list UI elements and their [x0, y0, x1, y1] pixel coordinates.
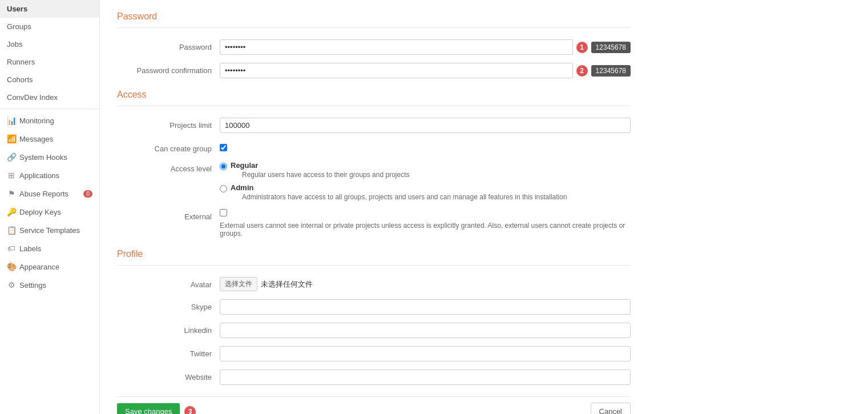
twitter-label: Twitter: [117, 346, 220, 358]
save-badge: 3: [184, 406, 196, 415]
abuse-reports-badge: 0: [83, 190, 92, 198]
external-row: External External users cannot see inter…: [117, 209, 631, 238]
labels-icon: 🏷: [7, 244, 16, 253]
skype-label: Skype: [117, 299, 220, 311]
external-control: External users cannot see internal or pr…: [220, 209, 631, 238]
password-badge: 1: [576, 42, 588, 53]
website-row: Website: [117, 369, 631, 385]
avatar-control: 选择文件 未选择任何文件: [220, 277, 631, 291]
radio-regular-content: Regular Regular users have access to the…: [231, 161, 410, 179]
password-tooltip: 12345678: [591, 42, 631, 53]
profile-heading: Profile: [117, 249, 631, 266]
linkedin-row: Linkedin: [117, 323, 631, 338]
sidebar-item-users[interactable]: Users: [0, 0, 99, 18]
website-input[interactable]: [220, 369, 631, 385]
messages-label: Messages: [19, 135, 53, 143]
twitter-control: [220, 346, 631, 361]
main-content: Password Password 1 12345678 Password co…: [100, 0, 868, 414]
cohorts-label: Cohorts: [7, 75, 33, 84]
users-label: Users: [7, 5, 27, 13]
password-confirm-row: Password confirmation 2 12345678: [117, 63, 631, 78]
password-confirm-input-wrap: 2 12345678: [220, 63, 631, 78]
sidebar-item-system-hooks[interactable]: 🔗 System Hooks: [0, 148, 99, 166]
skype-input[interactable]: [220, 299, 631, 315]
deploy-keys-label: Deploy Keys: [19, 208, 61, 216]
regular-desc: Regular users have access to their group…: [242, 171, 410, 179]
access-heading: Access: [117, 90, 631, 106]
can-create-group-label: Can create group: [117, 141, 220, 153]
service-templates-label: Service Templates: [19, 226, 80, 235]
twitter-row: Twitter: [117, 346, 631, 361]
service-templates-icon: 📋: [7, 226, 16, 235]
sidebar-item-service-templates[interactable]: 📋 Service Templates: [0, 221, 99, 239]
cancel-button[interactable]: Cancel: [591, 403, 631, 414]
appearance-icon: 🎨: [7, 262, 16, 271]
abuse-reports-icon: ⚑: [7, 189, 16, 198]
regular-label: Regular: [231, 161, 410, 170]
password-heading: Password: [117, 11, 631, 28]
deploy-keys-icon: 🔑: [7, 207, 16, 216]
radio-admin[interactable]: [220, 185, 227, 192]
website-label: Website: [117, 369, 220, 381]
sidebar-item-applications[interactable]: ⊞ Applications: [0, 166, 99, 184]
settings-icon: ⚙: [7, 280, 16, 290]
access-level-row: Access level Regular Regular users have …: [117, 161, 631, 201]
can-create-group-row: Can create group: [117, 141, 631, 153]
jobs-label: Jobs: [7, 40, 22, 49]
sidebar-divider-1: [0, 108, 99, 109]
password-confirm-input[interactable]: [220, 63, 573, 78]
monitoring-label: Monitoring: [19, 116, 54, 125]
sidebar-item-groups[interactable]: Groups: [0, 18, 99, 35]
sidebar-item-messages[interactable]: 📶 Messages: [0, 130, 99, 148]
password-confirm-badge: 2: [576, 65, 588, 77]
sidebar-item-jobs[interactable]: Jobs: [0, 35, 99, 53]
can-create-group-control: [220, 141, 631, 151]
sidebar-item-settings[interactable]: ⚙ Settings: [0, 276, 99, 294]
external-desc: External users cannot see internal or pr…: [220, 222, 631, 238]
avatar-row: Avatar 选择文件 未选择任何文件: [117, 277, 631, 291]
external-checkbox[interactable]: [220, 209, 227, 216]
sidebar-item-monitoring[interactable]: 📊 Monitoring: [0, 111, 99, 130]
settings-label: Settings: [19, 281, 46, 290]
sidebar-item-cohorts[interactable]: Cohorts: [0, 71, 99, 89]
avatar-file-button[interactable]: 选择文件: [220, 277, 257, 291]
password-row: Password 1 12345678: [117, 39, 631, 55]
password-confirm-label: Password confirmation: [117, 63, 220, 75]
skype-row: Skype: [117, 299, 631, 315]
radio-regular[interactable]: [220, 163, 227, 170]
password-control-wrap: 1 12345678: [220, 39, 631, 55]
radio-regular-option: Regular Regular users have access to the…: [220, 161, 631, 179]
radio-admin-option: Admin Administrators have access to all …: [220, 183, 631, 201]
linkedin-label: Linkedin: [117, 323, 220, 335]
action-left: Save changes 3: [117, 403, 196, 414]
sidebar-item-convdev-index[interactable]: ConvDev Index: [0, 89, 99, 106]
password-confirm-tooltip: 12345678: [591, 65, 631, 77]
password-input-wrap: 1 12345678: [220, 39, 631, 55]
radio-admin-content: Admin Administrators have access to all …: [231, 183, 567, 201]
applications-label: Applications: [19, 171, 59, 180]
action-row: Save changes 3 Cancel: [117, 396, 631, 414]
sidebar-item-abuse-reports[interactable]: ⚑ Abuse Reports 0: [0, 184, 99, 203]
linkedin-control: [220, 323, 631, 338]
access-level-control: Regular Regular users have access to the…: [220, 161, 631, 201]
avatar-file-name: 未选择任何文件: [261, 279, 313, 290]
save-button[interactable]: Save changes: [117, 403, 180, 414]
linkedin-input[interactable]: [220, 323, 631, 338]
convdev-label: ConvDev Index: [7, 93, 58, 102]
projects-limit-input[interactable]: 100000: [220, 118, 631, 133]
can-create-group-checkbox[interactable]: [220, 144, 227, 151]
avatar-label: Avatar: [117, 277, 220, 289]
system-hooks-label: System Hooks: [19, 153, 67, 162]
monitoring-icon: 📊: [7, 116, 16, 125]
password-input[interactable]: [220, 39, 573, 55]
messages-icon: 📶: [7, 134, 16, 143]
sidebar-item-labels[interactable]: 🏷 Labels: [0, 239, 99, 258]
sidebar: Users Groups Jobs Runners Cohorts ConvDe…: [0, 0, 100, 414]
twitter-input[interactable]: [220, 346, 631, 361]
sidebar-item-runners[interactable]: Runners: [0, 53, 99, 71]
admin-desc: Administrators have access to all groups…: [242, 193, 567, 201]
sidebar-item-appearance[interactable]: 🎨 Appearance: [0, 258, 99, 276]
external-label: External: [117, 209, 220, 221]
password-confirm-control-wrap: 2 12345678: [220, 63, 631, 78]
sidebar-item-deploy-keys[interactable]: 🔑 Deploy Keys: [0, 203, 99, 221]
